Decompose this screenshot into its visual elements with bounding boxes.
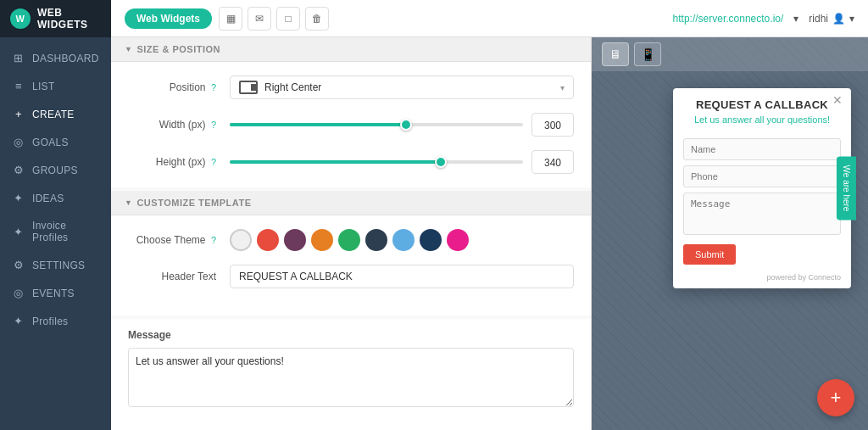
ideas-icon: ✦	[12, 192, 25, 204]
theme-help-icon[interactable]: ?	[211, 235, 216, 245]
widget-name-input[interactable]	[683, 138, 841, 160]
position-value: Right Center	[264, 81, 321, 93]
topbar-icons: ▦ ✉ □ 🗑	[219, 7, 329, 31]
customize-label: CUSTOMIZE TEMPLATE	[136, 198, 251, 208]
button-text-row: Button Text	[111, 423, 591, 430]
widget-title: REQUEST A CALLBACK	[687, 98, 837, 111]
sidebar-item-goals[interactable]: ◎ GOALS	[0, 128, 111, 156]
position-dropdown-icon: ▾	[560, 83, 565, 92]
widget-body: Submit	[673, 138, 851, 273]
height-help-icon[interactable]: ?	[211, 157, 216, 167]
theme-colors	[230, 229, 574, 251]
logo-icon: W	[10, 8, 31, 29]
groups-icon: ⚙	[12, 164, 25, 176]
color-swatch-orange[interactable]	[311, 229, 333, 251]
main-content: Web Widgets ▦ ✉ □ 🗑 http://server.connec…	[111, 0, 868, 430]
sidebar-item-create[interactable]: + CREATE	[0, 100, 111, 128]
width-slider-thumb[interactable]	[400, 119, 412, 131]
color-swatch-dark-navy[interactable]	[365, 229, 387, 251]
user-avatar-icon: 👤	[832, 13, 845, 25]
dashboard-icon: ⊞	[12, 52, 25, 64]
color-swatch-pink[interactable]	[447, 229, 469, 251]
widget-submit-btn[interactable]: Submit	[683, 244, 736, 265]
size-position-header: ▼ SIZE & POSITION	[111, 37, 591, 62]
widget-phone-input[interactable]	[683, 165, 841, 187]
widget-side-tab[interactable]: We are here	[837, 157, 856, 221]
bar-chart-icon-btn[interactable]: ▦	[219, 7, 242, 31]
trash-icon-btn[interactable]: 🗑	[305, 7, 329, 31]
envelope-icon-btn[interactable]: ✉	[248, 7, 271, 31]
invoice-icon: ✦	[12, 226, 25, 238]
customize-header: ▼ CUSTOMIZE TEMPLATE	[111, 191, 591, 215]
height-slider-thumb[interactable]	[435, 156, 447, 168]
url-dropdown-icon[interactable]: ▾	[793, 13, 798, 25]
content-area: ▼ SIZE & POSITION Position ?	[111, 37, 868, 430]
preview-area: ✕ REQUEST A CALLBACK Let us answer all y…	[592, 71, 868, 430]
events-icon: ◎	[12, 287, 25, 299]
square-icon-btn[interactable]: □	[276, 7, 300, 31]
sidebar-item-ideas[interactable]: ✦ IDEAS	[0, 184, 111, 212]
widget-close-btn[interactable]: ✕	[832, 93, 843, 107]
goals-icon: ◎	[12, 136, 25, 148]
sidebar-item-label: IDEAS	[32, 193, 64, 204]
width-control: 300	[230, 113, 574, 137]
size-position-label: SIZE & POSITION	[136, 44, 220, 54]
header-text-label: Header Text	[128, 271, 230, 282]
sidebar-item-label: CREATE	[32, 109, 75, 120]
sidebar-nav: ⊞ DASHBOARD ≡ LIST + CREATE ◎ GOALS ⚙ GR…	[0, 37, 111, 430]
height-row: Height (px) ? 340	[128, 150, 574, 174]
width-value: 300	[531, 113, 574, 137]
color-swatch-navy[interactable]	[420, 229, 442, 251]
message-label: Message	[128, 329, 574, 341]
customize-arrow-icon: ▼	[125, 198, 132, 207]
desktop-device-btn[interactable]: 🖥	[602, 42, 629, 66]
list-icon: ≡	[12, 80, 25, 92]
topbar: Web Widgets ▦ ✉ □ 🗑 http://server.connec…	[111, 0, 868, 37]
fab-add-button[interactable]: +	[817, 379, 854, 416]
sidebar-item-label: Invoice Profiles	[32, 220, 99, 243]
mobile-device-btn[interactable]: 📱	[634, 42, 661, 66]
topbar-url: http://server.connecto.io/	[673, 13, 784, 25]
color-swatch-light-blue[interactable]	[392, 229, 415, 251]
web-widgets-tab[interactable]: Web Widgets	[125, 8, 212, 29]
color-swatch-red[interactable]	[257, 229, 279, 251]
topbar-user[interactable]: ridhi 👤 ▾	[809, 13, 854, 25]
theme-color-swatches	[230, 229, 574, 251]
right-panel: 🖥 📱 ✕ REQUEST A CALLBACK Let us answer a…	[592, 37, 868, 430]
color-swatch-purple[interactable]	[284, 229, 306, 251]
position-indicator	[251, 84, 258, 91]
width-row: Width (px) ? 300	[128, 113, 574, 137]
height-label: Height (px) ?	[128, 156, 230, 168]
color-swatch-white[interactable]	[230, 229, 252, 251]
color-swatch-green[interactable]	[338, 229, 360, 251]
height-slider-fill	[230, 160, 441, 164]
sidebar-item-list[interactable]: ≡ LIST	[0, 72, 111, 100]
widget-message-textarea[interactable]	[683, 193, 841, 235]
theme-row: Choose Theme ?	[128, 229, 574, 251]
sidebar-item-label: DASHBOARD	[32, 53, 99, 64]
position-help-icon[interactable]: ?	[211, 82, 216, 92]
sidebar-item-label: Profiles	[32, 316, 68, 327]
position-select[interactable]: Right Center ▾	[230, 75, 574, 99]
sidebar-item-settings[interactable]: ⚙ SETTINGS	[0, 251, 111, 279]
width-help-icon[interactable]: ?	[211, 120, 216, 130]
width-slider[interactable]	[230, 123, 523, 126]
sidebar-item-groups[interactable]: ⚙ GROUPS	[0, 156, 111, 184]
sidebar-item-label: GOALS	[32, 137, 69, 148]
height-slider[interactable]	[230, 160, 523, 164]
profiles-icon: ✦	[12, 315, 25, 327]
sidebar-item-invoice[interactable]: ✦ Invoice Profiles	[0, 212, 111, 251]
sidebar-item-profiles[interactable]: ✦ Profiles	[0, 307, 111, 335]
create-icon: +	[12, 108, 25, 120]
width-slider-fill	[230, 123, 406, 126]
header-text-row: Header Text	[128, 265, 574, 288]
customize-panel: Choose Theme ?	[111, 215, 591, 316]
topbar-right: http://server.connecto.io/ ▾ ridhi 👤 ▾	[673, 13, 854, 25]
header-text-input[interactable]	[230, 265, 574, 288]
sidebar-item-dashboard[interactable]: ⊞ DASHBOARD	[0, 44, 111, 72]
sidebar-item-events[interactable]: ◎ EVENTS	[0, 279, 111, 307]
user-dropdown-icon[interactable]: ▾	[849, 13, 854, 25]
callback-widget: ✕ REQUEST A CALLBACK Let us answer all y…	[673, 88, 851, 288]
message-textarea[interactable]: Let us answer all your questions!	[128, 348, 574, 407]
sidebar-logo: W WEB WIDGETS	[0, 0, 111, 37]
